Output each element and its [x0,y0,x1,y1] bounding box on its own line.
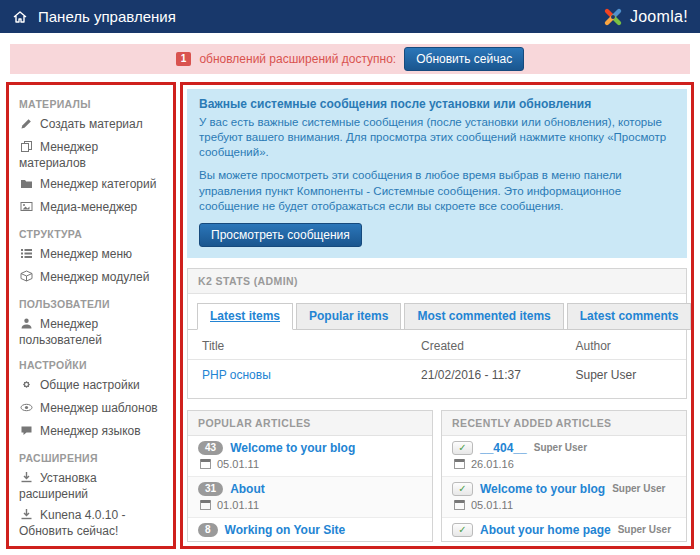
column-header-title: Title [188,332,407,360]
tab-popular-items[interactable]: Popular items [296,303,401,330]
sidebar-item-label: Kunena 4.0.10 - Обновить сейчас! [19,508,125,538]
k2-stats-panel-title: K2 STATS (ADMIN) [188,269,686,294]
folder-icon [19,177,34,193]
home-icon[interactable] [12,9,28,25]
sidebar-item-label: JCE Браузер файлов [40,545,159,550]
sidebar-item-kunena-update[interactable]: Kunena 4.0.10 - Обновить сейчас! [19,504,167,541]
article-author: Super User [612,483,665,494]
top-header-bar: Панель управления Joomla! [0,0,700,33]
article-link[interactable]: Welcome to your blog [480,482,605,496]
calendar-icon [454,541,465,542]
sidebar-item-label: Менеджер категорий [40,177,156,191]
pencil-icon [19,117,34,133]
tab-latest-items[interactable]: Latest items [197,303,293,330]
article-link[interactable]: About your home page [480,523,611,537]
update-notification-bar: 1 обновлений расширений доступно: Обнови… [10,44,690,74]
sidebar-section-title: ПОЛЬЗОВАТЕЛИ [19,298,167,310]
calendar-icon [200,541,211,542]
sidebar-section-title: НАСТРОЙКИ [19,359,167,371]
k2-stats-panel: K2 STATS (ADMIN) Latest items Popular it… [187,268,687,399]
sidebar-item-label: Создать материал [40,117,143,131]
joomla-logo: Joomla! [602,6,688,28]
download-icon [19,508,34,524]
admin-sidebar: МАТЕРИАЛЫ Создать материал Менеджер мате… [6,82,176,549]
copy-icon [19,140,34,156]
sidebar-item-jce-file-browser[interactable]: JCE Браузер файлов [19,541,167,549]
recent-articles-panel: RECENTLY ADDED ARTICLES ✓__404__Super Us… [441,410,687,542]
joomla-logo-icon [602,6,624,28]
download-icon [19,471,34,487]
article-author: Super User [618,524,671,535]
sidebar-section-title: РАСШИРЕНИЯ [19,452,167,464]
sidebar-item-module-manager[interactable]: Менеджер модулей [19,266,167,289]
sidebar-section-title: МАТЕРИАЛЫ [19,98,167,110]
sidebar-item-menu-manager[interactable]: Менеджер меню [19,243,167,266]
main-content: Важные системные сообщения после установ… [180,82,694,549]
article-link[interactable]: Welcome to your blog [230,441,355,455]
system-messages-info-box: Важные системные сообщения после установ… [187,89,687,258]
sidebar-item-global-config[interactable]: Общие настройки [19,374,167,397]
sidebar-item-install-extensions[interactable]: Установка расширений [19,467,167,504]
popular-articles-title: POPULAR ARTICLES [188,411,432,436]
recent-articles-title: RECENTLY ADDED ARTICLES [442,411,686,436]
view-messages-button[interactable]: Просмотреть сообщения [199,223,362,247]
calendar-icon [454,500,465,510]
sidebar-item-create-article[interactable]: Создать материал [19,113,167,136]
list-item: 31About 01.01.11 [188,476,432,517]
update-notification-text: обновлений расширений доступно: [199,52,396,66]
eye-icon [19,401,34,417]
sidebar-item-template-manager[interactable]: Менеджер шаблонов [19,397,167,420]
user-icon [19,317,34,333]
item-link[interactable]: PHP основы [202,368,271,382]
sidebar-item-category-manager[interactable]: Менеджер категорий [19,173,167,196]
calendar-icon [454,459,465,469]
article-link[interactable]: __404__ [480,441,527,455]
hits-badge: 31 [198,482,223,496]
sidebar-item-article-manager[interactable]: Менеджер материалов [19,136,167,173]
k2-tabs: Latest items Popular items Most commente… [188,294,686,330]
sidebar-item-media-manager[interactable]: Медиа-менеджер [19,196,167,219]
update-count-badge: 1 [176,52,192,66]
image-icon [19,545,34,550]
tab-latest-comments[interactable]: Latest comments [567,303,692,330]
cube-icon [19,270,34,286]
calendar-icon [200,500,211,510]
sidebar-item-language-manager[interactable]: Менеджер языков [19,420,167,443]
list-item: ✓About your home pageSuper User 03.01.11 [442,517,686,542]
tab-most-commented-items[interactable]: Most commented items [404,303,563,330]
sidebar-item-label: Менеджер модулей [40,270,149,284]
column-header-created: Created [407,332,561,360]
sidebar-section-title: СТРУКТУРА [19,228,167,240]
info-box-paragraph-2: Вы можете просмотреть эти сообщения в лю… [199,168,675,214]
published-check-icon[interactable]: ✓ [452,523,473,537]
list-item: ✓__404__Super User 26.01.16 [442,436,686,476]
article-date: 01.01.11 [217,540,259,542]
article-date: 26.01.16 [471,458,514,470]
update-now-button[interactable]: Обновить сейчас [404,47,524,71]
calendar-icon [200,459,211,469]
sidebar-item-label: Медиа-менеджер [40,200,137,214]
comment-icon [19,424,34,440]
article-date: 05.01.11 [217,458,259,470]
recent-articles-list: ✓__404__Super User 26.01.16 ✓Welcome to … [442,436,686,542]
list-icon [19,247,34,263]
joomla-logo-text: Joomla! [630,8,688,26]
sidebar-item-user-manager[interactable]: Менеджер пользователей [19,313,167,350]
published-check-icon[interactable]: ✓ [452,482,473,496]
gear-icon [19,378,34,394]
info-box-title: Важные системные сообщения после установ… [199,97,675,113]
list-item: 8Working on Your Site 01.01.11 [188,517,432,542]
table-row: PHP основы 21/02/2016 - 11:37 Super User [188,359,686,392]
article-link[interactable]: About [230,482,265,496]
article-date: 05.01.11 [471,499,513,511]
popular-articles-list: 43Welcome to your blog 05.01.11 31About … [188,436,432,542]
k2-latest-items-table: Title Created Author PHP основы 21/02/20… [188,332,686,392]
article-author: Super User [534,442,587,453]
list-item: ✓Welcome to your blogSuper User 05.01.11 [442,476,686,517]
article-link[interactable]: Working on Your Site [225,523,346,537]
image-icon [19,200,34,216]
published-check-icon[interactable]: ✓ [452,441,473,455]
popular-articles-panel: POPULAR ARTICLES 43Welcome to your blog … [187,410,433,542]
sidebar-item-label: Менеджер языков [40,424,141,438]
article-date: 01.01.11 [217,499,259,511]
